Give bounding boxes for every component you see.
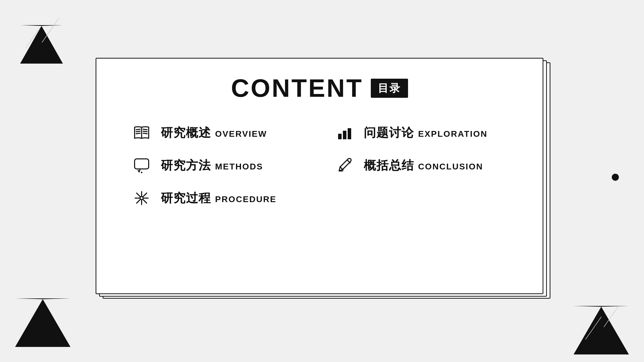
menu-grid: 研究概述 OVERVIEW 问题讨论 EXPLORATION — [116, 123, 522, 208]
overview-cn: 研究概述 — [161, 125, 211, 141]
svg-line-6 — [143, 133, 147, 134]
menu-item-conclusion: 概括总结 CONCLUSION — [335, 155, 507, 175]
deco-triangle-bottom-left — [15, 298, 70, 347]
svg-line-12 — [138, 170, 139, 172]
exploration-cn: 问题讨论 — [364, 125, 414, 141]
deco-dot — [612, 174, 619, 181]
menu-text-conclusion: 概括总结 CONCLUSION — [364, 157, 483, 173]
menu-text-procedure: 研究过程 PROCEDURE — [161, 190, 276, 206]
menu-item-procedure: 研究过程 PROCEDURE — [132, 188, 304, 208]
procedure-cn: 研究过程 — [161, 190, 211, 206]
conclusion-en: CONCLUSION — [418, 162, 483, 171]
deco-triangle-top-left — [20, 25, 63, 64]
card-main: CONTENT 目录 — [96, 58, 543, 294]
svg-line-2 — [136, 131, 140, 132]
svg-rect-9 — [348, 128, 351, 139]
title-area: CONTENT 目录 — [231, 74, 408, 103]
title-badge: 目录 — [371, 79, 408, 98]
svg-line-14 — [347, 160, 350, 163]
svg-rect-8 — [343, 131, 346, 139]
svg-line-4 — [143, 129, 147, 130]
svg-line-5 — [143, 131, 147, 132]
methods-en: METHODS — [215, 162, 263, 171]
svg-rect-10 — [135, 159, 149, 169]
svg-point-21 — [140, 197, 143, 200]
cards-wrapper: CONTENT 目录 — [96, 58, 548, 304]
menu-text-methods: 研究方法 METHODS — [161, 157, 263, 173]
menu-item-methods: 研究方法 METHODS — [132, 155, 304, 175]
svg-rect-7 — [338, 134, 342, 139]
exploration-en: EXPLORATION — [418, 129, 488, 139]
svg-line-1 — [136, 129, 140, 130]
menu-item-exploration: 问题讨论 EXPLORATION — [335, 123, 507, 143]
overview-en: OVERVIEW — [215, 129, 267, 139]
title-main: CONTENT — [231, 74, 363, 103]
procedure-en: PROCEDURE — [215, 194, 276, 204]
menu-item-overview: 研究概述 OVERVIEW — [132, 123, 304, 143]
book-icon — [132, 123, 152, 143]
conclusion-cn: 概括总结 — [364, 157, 414, 173]
chat-icon — [132, 155, 152, 175]
bar-chart-icon — [335, 123, 355, 143]
scissors-icon — [132, 188, 152, 208]
deco-triangle-bottom-right — [574, 306, 629, 354]
svg-line-3 — [136, 133, 140, 134]
menu-text-overview: 研究概述 OVERVIEW — [161, 125, 267, 141]
methods-cn: 研究方法 — [161, 157, 211, 173]
menu-text-exploration: 问题讨论 EXPLORATION — [364, 125, 488, 141]
pencil-icon — [335, 155, 355, 175]
svg-point-13 — [141, 172, 142, 173]
